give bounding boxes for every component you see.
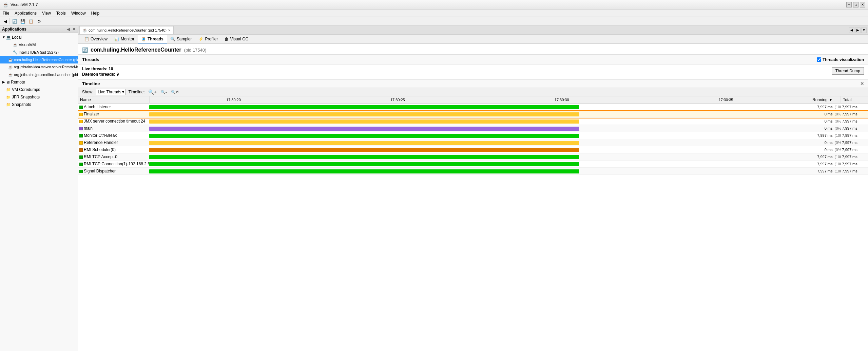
- left-panel-collapse[interactable]: ◀: [67, 27, 70, 32]
- timeline-bar: [149, 169, 579, 173]
- table-row[interactable]: Signal Dispatcher7,997 ms(100%)7,997 ms: [78, 168, 868, 175]
- menu-applications[interactable]: Applications: [12, 10, 39, 16]
- thread-pct-cell: (100%): [834, 161, 841, 168]
- remote-icon: 🖥: [6, 79, 10, 85]
- tab-overview[interactable]: 📋 Overview: [81, 35, 111, 43]
- timeline-bar: [149, 112, 579, 116]
- table-row[interactable]: main0 ms(0%)7,997 ms: [78, 125, 868, 132]
- thread-total-cell: 7,997 ms: [841, 132, 868, 139]
- launcher-label: org.jetbrains.jps.cmdline.Launcher (pid …: [14, 72, 78, 78]
- visualvm-label: VisualVM: [19, 42, 36, 48]
- tree-item-maven[interactable]: ☕ org.jetbrains.idea.maven.server.Remote…: [0, 63, 78, 71]
- table-row[interactable]: Attach Listener7,997 ms(100%)7,997 ms: [78, 104, 868, 111]
- menu-file[interactable]: File: [0, 10, 12, 16]
- window-title: VisualVM 2.1.7: [11, 2, 38, 7]
- helloref-icon: ☕: [8, 57, 13, 63]
- table-row[interactable]: RMI TCP Connection(1)-192.168.2.67,997 m…: [78, 161, 868, 168]
- expand-local[interactable]: ▼: [1, 34, 6, 40]
- right-panel: ☕ com.huling.HelloReferenceCounter (pid …: [78, 26, 868, 351]
- threads-viz-checkbox[interactable]: [817, 57, 821, 62]
- col-header-name[interactable]: Name: [78, 96, 149, 104]
- timeline-title: Timeline: [82, 81, 100, 86]
- live-threads-value: 10: [109, 67, 113, 71]
- zoom-reset-button[interactable]: 🔍↺: [170, 90, 179, 94]
- thread-total-cell: 7,997 ms: [841, 146, 868, 153]
- col-total-label: Total: [843, 97, 851, 102]
- tab-nav-menu[interactable]: ▼: [861, 27, 867, 33]
- monitor-icon: 📊: [114, 37, 119, 41]
- live-threads-row: Live threads: 10: [82, 67, 864, 71]
- zoom-in-button[interactable]: 🔍+: [148, 89, 157, 95]
- table-row[interactable]: Reference Handler0 ms(0%)7,997 ms: [78, 139, 868, 146]
- tree-item-launcher[interactable]: ☕ org.jetbrains.jps.cmdline.Launcher (pi…: [0, 71, 78, 78]
- tree-item-jfr[interactable]: 📁 JFR Snapshots: [0, 93, 78, 101]
- thread-total-cell: 7,997 ms: [841, 104, 868, 111]
- tab-profiler[interactable]: ⚡ Profiler: [195, 35, 221, 43]
- tree-view: ▼ 💻 Local ☕ VisualVM 🔧 IntelliJ IDEA (pi…: [0, 33, 78, 351]
- doc-tab-helloref[interactable]: ☕ com.huling.HelloReferenceCounter (pid …: [79, 26, 174, 34]
- menu-help[interactable]: Help: [89, 10, 102, 16]
- thread-name-cell: Attach Listener: [78, 104, 149, 111]
- maven-label: org.jetbrains.idea.maven.server.RemoteMa…: [14, 64, 78, 70]
- col-header-total[interactable]: Total: [841, 96, 868, 104]
- zoom-out-button[interactable]: 🔍-: [160, 90, 168, 94]
- launcher-icon: ☕: [8, 72, 13, 78]
- tree-item-helloref[interactable]: ☕ com.huling.HelloReferenceCounter (pid …: [0, 56, 78, 63]
- thread-total-cell: 7,997 ms: [841, 125, 868, 132]
- local-icon: 💻: [6, 34, 11, 40]
- tree-item-local[interactable]: ▼ 💻 Local: [0, 34, 78, 41]
- menu-view[interactable]: View: [39, 10, 54, 16]
- menu-window[interactable]: Window: [69, 10, 89, 16]
- tree-item-coredumps[interactable]: 📁 VM Coredumps: [0, 86, 78, 93]
- tree-item-intellij[interactable]: 🔧 IntelliJ IDEA (pid 15272): [0, 49, 78, 56]
- minimize-button[interactable]: ─: [846, 2, 852, 7]
- close-button[interactable]: ✕: [860, 2, 865, 7]
- table-row[interactable]: Finalizer0 ms(0%)7,997 ms: [78, 111, 868, 118]
- table-row[interactable]: RMI Scheduler(0)0 ms(0%)7,997 ms: [78, 146, 868, 153]
- thread-timeline-cell: [149, 153, 810, 161]
- intellij-label: IntelliJ IDEA (pid 15272): [19, 49, 59, 55]
- thread-timeline-cell: [149, 118, 810, 125]
- thread-running-cell: 0 ms: [810, 139, 834, 146]
- sampler-icon: 🔍: [170, 37, 175, 41]
- toolbar-heap[interactable]: 💾: [19, 18, 26, 25]
- show-label: Show:: [82, 90, 93, 94]
- tab-sampler[interactable]: 🔍 Sampler: [167, 35, 195, 43]
- timeline-bar: [149, 155, 579, 159]
- thread-total-cell: 7,997 ms: [841, 111, 868, 118]
- jfr-icon: 📁: [6, 94, 11, 100]
- timeline-bar: [149, 127, 579, 131]
- timeline-close[interactable]: ✕: [860, 81, 864, 86]
- tree-item-visualvm[interactable]: ☕ VisualVM: [0, 41, 78, 49]
- toolbar-back[interactable]: ◀: [1, 18, 9, 25]
- table-row[interactable]: RMI TCP Accept-07,997 ms(100%)7,997 ms: [78, 153, 868, 161]
- thread-running-cell: 0 ms: [810, 125, 834, 132]
- tree-item-snapshots[interactable]: 📁 Snapshots: [0, 101, 78, 108]
- app-header: 🔄 com.huling.HelloReferenceCounter (pid …: [78, 44, 868, 55]
- thread-running-cell: 7,997 ms: [810, 161, 834, 168]
- tree-item-remote[interactable]: ▶ 🖥 Remote: [0, 78, 78, 86]
- timeline-header: Timeline ✕: [78, 80, 868, 88]
- doc-tab-close[interactable]: ✕: [168, 29, 171, 32]
- live-threads-select-value: Live Threads: [98, 90, 121, 94]
- menu-tools[interactable]: Tools: [54, 10, 69, 16]
- toolbar-settings[interactable]: ⚙: [35, 18, 43, 25]
- left-panel-close[interactable]: ✕: [72, 27, 76, 32]
- toolbar-thread-dump[interactable]: 📋: [27, 18, 35, 25]
- tab-visual-gc[interactable]: 🗑 Visual GC: [221, 35, 252, 43]
- tab-monitor[interactable]: 📊 Monitor: [111, 35, 138, 43]
- table-row[interactable]: JMX server connection timeout 240 ms(0%)…: [78, 118, 868, 125]
- tab-nav-next[interactable]: ▶: [855, 27, 861, 33]
- col-header-running[interactable]: Running ▼: [810, 96, 834, 104]
- thread-dump-button[interactable]: Thread Dump: [832, 67, 864, 75]
- maximize-button[interactable]: □: [853, 2, 859, 7]
- profiler-icon: ⚡: [198, 37, 204, 41]
- snapshots-label: Snapshots: [12, 101, 31, 108]
- tab-threads[interactable]: 🧵 Threads: [138, 35, 167, 43]
- tab-nav-prev[interactable]: ◀: [849, 27, 854, 33]
- live-threads-select[interactable]: Live Threads ▾: [96, 89, 126, 95]
- expand-remote[interactable]: ▶: [1, 79, 6, 85]
- table-row[interactable]: Monitor Ctrl-Break7,997 ms(100%)7,997 ms: [78, 132, 868, 139]
- thread-name-cell: main: [78, 125, 149, 132]
- toolbar-refresh[interactable]: 🔄: [11, 18, 18, 25]
